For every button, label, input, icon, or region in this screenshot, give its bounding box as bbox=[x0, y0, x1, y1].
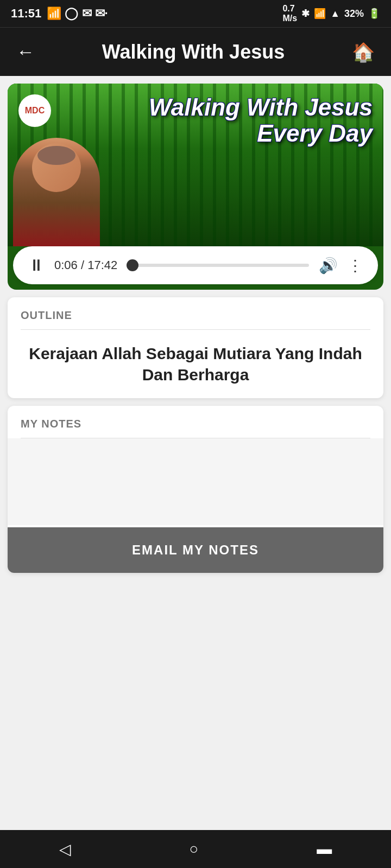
email-notes-button[interactable]: EMAIL MY NOTES bbox=[8, 527, 383, 573]
battery-icon: 🔋 bbox=[368, 8, 380, 20]
progress-thumb bbox=[127, 259, 138, 271]
status-right: 0.7M/s ✱ 📶 ▲ 32% 🔋 bbox=[282, 4, 380, 23]
notes-card: MY NOTES EMAIL MY NOTES bbox=[8, 406, 383, 573]
content-area: MDC Walking With Jesus Every Day ⏸ 0:06 … bbox=[0, 84, 391, 624]
status-time: 11:51 bbox=[11, 7, 41, 21]
notes-section-label: MY NOTES bbox=[8, 406, 383, 438]
time-display: 0:06 / 17:42 bbox=[54, 258, 117, 272]
bottom-home-button[interactable]: ○ bbox=[173, 835, 215, 863]
banner-title-line2: Every Day bbox=[149, 120, 373, 146]
progress-fill bbox=[127, 264, 133, 267]
person-head bbox=[32, 143, 81, 192]
nav-bar: ← Walking With Jesus 🏠 bbox=[0, 27, 391, 76]
banner-title-line1: Walking With Jesus bbox=[149, 94, 373, 120]
bottom-nav: ◁ ○ ▬ bbox=[0, 830, 391, 868]
wifi-icon: 📶 bbox=[314, 8, 326, 20]
volume-button[interactable]: 🔊 bbox=[319, 257, 338, 275]
person-photo bbox=[13, 138, 100, 246]
status-speed: 0.7M/s bbox=[282, 4, 297, 23]
media-container: MDC Walking With Jesus Every Day ⏸ 0:06 … bbox=[8, 84, 383, 290]
outline-title: Kerajaan Allah Sebagai Mutiara Yang Inda… bbox=[8, 330, 383, 398]
pause-button[interactable]: ⏸ bbox=[28, 256, 45, 275]
status-left: 11:51 📶 ◯ ✉ ✉· bbox=[11, 7, 108, 21]
outline-card: OUTLINE Kerajaan Allah Sebagai Mutiara Y… bbox=[8, 297, 383, 398]
page-title: Walking With Jesus bbox=[102, 41, 285, 63]
banner-text: Walking With Jesus Every Day bbox=[149, 94, 373, 147]
back-button[interactable]: ← bbox=[16, 41, 35, 62]
progress-bar[interactable] bbox=[127, 264, 309, 267]
bottom-spacer bbox=[0, 580, 391, 624]
bluetooth-icon: ✱ bbox=[301, 8, 310, 20]
mdc-logo: MDC bbox=[18, 94, 51, 127]
outline-section-label: OUTLINE bbox=[8, 297, 383, 329]
more-options-button[interactable]: ⋮ bbox=[348, 257, 363, 275]
notes-input[interactable] bbox=[8, 438, 383, 525]
status-signal-icons: 📶 ◯ ✉ ✉· bbox=[47, 7, 108, 21]
banner-image: MDC Walking With Jesus Every Day bbox=[8, 84, 383, 246]
player-controls: ⏸ 0:06 / 17:42 🔊 ⋮ bbox=[13, 246, 378, 284]
status-bar: 11:51 📶 ◯ ✉ ✉· 0.7M/s ✱ 📶 ▲ 32% 🔋 bbox=[0, 0, 391, 27]
bottom-back-button[interactable]: ◁ bbox=[43, 835, 87, 864]
bottom-menu-button[interactable]: ▬ bbox=[300, 835, 348, 863]
battery-percent: 32% bbox=[344, 8, 364, 20]
signal-icon: ▲ bbox=[330, 8, 340, 20]
home-button[interactable]: 🏠 bbox=[352, 41, 375, 63]
